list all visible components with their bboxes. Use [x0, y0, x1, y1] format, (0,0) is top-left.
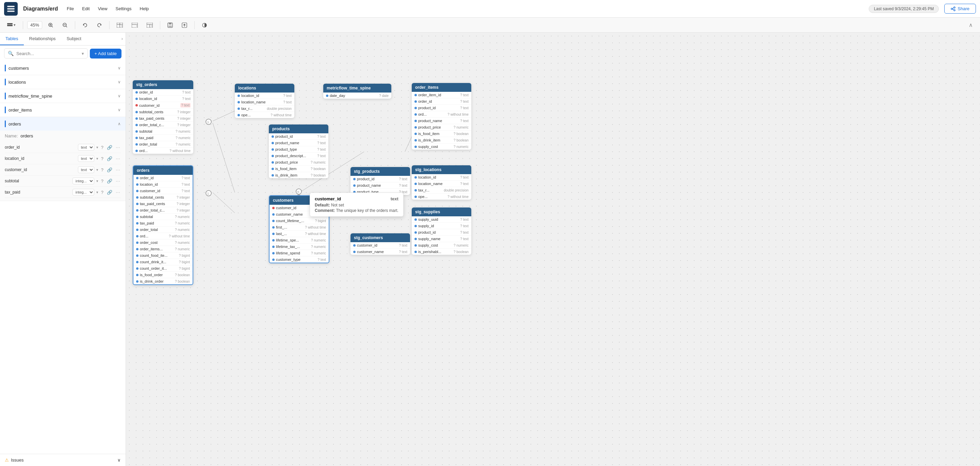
- dot: [237, 101, 240, 103]
- dot: [136, 190, 138, 192]
- dot: [414, 238, 417, 240]
- menu-help[interactable]: Help: [137, 5, 153, 13]
- add-field-tool[interactable]: +: [143, 21, 156, 29]
- erd-row: tax_r...double precision: [412, 187, 471, 194]
- erd-table-stg-orders[interactable]: stg_orders order_id? text location_id? t…: [133, 80, 193, 154]
- erd-table-metricflow[interactable]: metricflow_time_spine date_day? date: [323, 84, 391, 99]
- dot: [136, 216, 138, 218]
- erd-row: location_name? text: [412, 181, 471, 187]
- dot: [353, 251, 356, 253]
- erd-table-stg-locations[interactable]: stg_locations location_id? text location…: [412, 165, 471, 200]
- dot: [272, 148, 274, 151]
- collapse-toolbar-button[interactable]: ∧: [966, 20, 976, 30]
- field-key-order-id[interactable]: 🔗: [106, 144, 113, 151]
- field-row-order-id: order_id text ▾ ? 🔗 ⋯: [5, 142, 121, 153]
- tab-subject[interactable]: Subject: [61, 33, 87, 45]
- canvas[interactable]: 1 1 n n n 1 n n stg_orders order_id? tex…: [126, 33, 980, 466]
- field-type-select-location-id[interactable]: text: [78, 155, 94, 162]
- field-type-select-order-id[interactable]: text: [78, 144, 94, 151]
- add-card-tool[interactable]: +: [129, 21, 141, 29]
- table-name-locations: locations: [8, 80, 26, 85]
- dot: [272, 239, 275, 242]
- add-table-tool[interactable]: +: [114, 21, 126, 29]
- field-name-customer-id: customer_id: [5, 167, 76, 172]
- erd-row: tax_r...double precision: [235, 105, 294, 112]
- tab-tables[interactable]: Tables: [0, 33, 24, 45]
- table-header-customers[interactable]: customers ∨: [0, 61, 126, 75]
- table-header-locations[interactable]: locations ∨: [0, 75, 126, 89]
- field-type-dropdown-location-id[interactable]: ▾: [96, 156, 98, 161]
- erd-table-order-items[interactable]: order_items order_item_id? text order_id…: [412, 83, 471, 150]
- erd-row: date_day? date: [323, 92, 391, 99]
- menu-edit[interactable]: Edit: [79, 5, 93, 13]
- undo-button[interactable]: [79, 21, 91, 30]
- active-bar: [5, 107, 6, 113]
- menu-settings[interactable]: Settings: [112, 5, 135, 13]
- table-header-metricflow[interactable]: metricflow_time_spine ∨: [0, 89, 126, 103]
- field-type-dropdown-subtotal[interactable]: ▾: [96, 179, 98, 183]
- field-nullable-tax-paid[interactable]: ?: [100, 189, 104, 196]
- field-key-location-id[interactable]: 🔗: [106, 156, 113, 162]
- add-table-button[interactable]: + Add table: [90, 49, 121, 59]
- tabs-arrow[interactable]: ›: [119, 33, 126, 45]
- redo-button[interactable]: [94, 21, 105, 30]
- search-input[interactable]: [16, 51, 79, 56]
- field-type-dropdown-customer-id[interactable]: ▾: [96, 168, 98, 172]
- layout-button[interactable]: ▾: [4, 21, 19, 29]
- field-menu-customer-id[interactable]: ⋯: [115, 167, 121, 173]
- erd-table-products[interactable]: products product_id? text product_name? …: [269, 124, 328, 178]
- field-menu-location-id[interactable]: ⋯: [115, 156, 121, 162]
- dot: [414, 196, 417, 198]
- field-key-tax-paid[interactable]: 🔗: [106, 189, 113, 196]
- zoom-in-button[interactable]: [45, 21, 56, 30]
- dot: [272, 226, 275, 229]
- field-nullable-subtotal[interactable]: ?: [100, 178, 104, 184]
- field-nullable-order-id[interactable]: ?: [100, 144, 104, 151]
- sidebar-tabs: Tables Relationships Subject ›: [0, 33, 126, 46]
- erd-table-stg-customers[interactable]: stg_customers customer_id? text customer…: [350, 233, 410, 255]
- save-button[interactable]: [164, 21, 176, 30]
- field-nullable-customer-id[interactable]: ?: [100, 167, 104, 173]
- erd-row: product_name? text: [269, 140, 328, 146]
- svg-rect-1: [7, 8, 14, 10]
- field-type-select-subtotal[interactable]: integ...: [73, 178, 94, 184]
- field-key-subtotal[interactable]: 🔗: [106, 178, 113, 184]
- table-header-order-items[interactable]: order_items ∨: [0, 103, 126, 117]
- field-type-select-customer-id[interactable]: text: [78, 166, 94, 173]
- erd-table-orders[interactable]: orders order_id? text location_id? text …: [133, 165, 193, 285]
- erd-row: first_...? without time: [269, 224, 329, 231]
- field-type-select-tax-paid[interactable]: integ...: [73, 189, 94, 196]
- share-button[interactable]: Share: [944, 4, 976, 14]
- menu-file[interactable]: File: [63, 5, 77, 13]
- contrast-button[interactable]: [199, 21, 210, 30]
- field-type-dropdown-tax-paid[interactable]: ▾: [96, 190, 98, 194]
- erd-row: order_total? numeric: [134, 227, 192, 233]
- table-header-orders[interactable]: orders ∧: [0, 117, 126, 130]
- field-nullable-location-id[interactable]: ?: [100, 156, 104, 162]
- zoom-display[interactable]: 45%: [27, 21, 42, 29]
- sep2: [75, 21, 75, 29]
- erd-row: customer_id? text: [350, 242, 410, 249]
- dot: [414, 176, 417, 178]
- field-menu-subtotal[interactable]: ⋯: [115, 178, 121, 184]
- sidebar: Tables Relationships Subject › 🔍 ▾ + Add…: [0, 33, 126, 466]
- tab-relationships[interactable]: Relationships: [24, 33, 61, 45]
- search-dropdown-icon[interactable]: ▾: [82, 51, 84, 56]
- menu-view[interactable]: View: [95, 5, 111, 13]
- svg-point-5: [954, 10, 955, 11]
- dot: [353, 244, 356, 247]
- export-button[interactable]: [179, 21, 190, 30]
- tooltip-field: customer_id: [315, 196, 341, 201]
- erd-row: customer_id? text: [134, 188, 192, 194]
- erd-table-stg-products[interactable]: stg_products product_id? text product_na…: [350, 167, 410, 195]
- erd-table-header-metricflow: metricflow_time_spine: [323, 84, 391, 92]
- zoom-out-button[interactable]: [59, 21, 71, 30]
- erd-table-locations[interactable]: locations location_id? text location_nam…: [235, 84, 294, 118]
- field-menu-tax-paid[interactable]: ⋯: [115, 189, 121, 196]
- erd-table-stg-supplies[interactable]: stg_supplies supply_uuid? text supply_id…: [412, 207, 471, 255]
- issues-bar[interactable]: ⚠ Issues ∨: [0, 454, 126, 466]
- field-menu-order-id[interactable]: ⋯: [115, 144, 121, 151]
- field-key-customer-id[interactable]: 🔗: [106, 167, 113, 173]
- app-title: Diagrams/erd: [23, 6, 58, 12]
- field-type-dropdown-order-id[interactable]: ▾: [96, 145, 98, 150]
